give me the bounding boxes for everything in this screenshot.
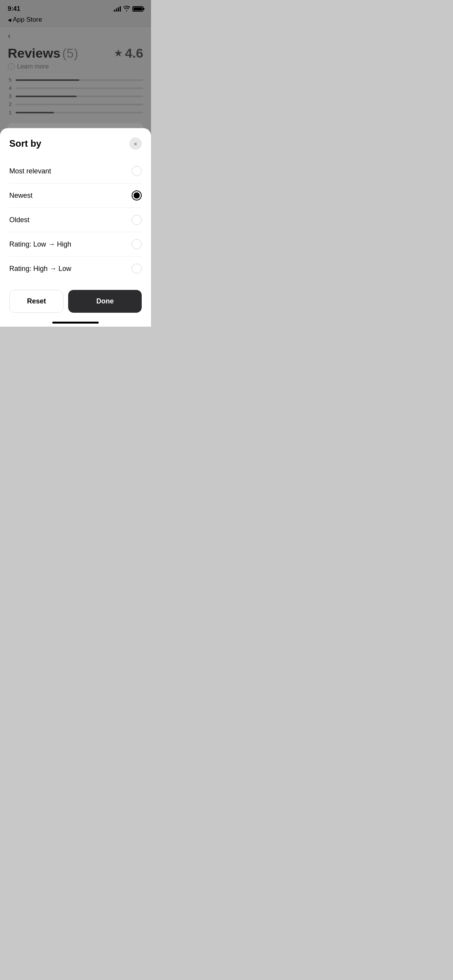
sort-option-most-relevant[interactable]: Most relevant	[9, 159, 142, 183]
sheet-title: Sort by	[9, 138, 41, 149]
sort-option-label-rating-high-low: Rating: High → Low	[9, 265, 71, 273]
sort-option-label-most-relevant: Most relevant	[9, 167, 51, 175]
sort-options-list: Most relevant Newest Oldest Rating: Low …	[9, 159, 142, 281]
sort-option-rating-high-low[interactable]: Rating: High → Low	[9, 257, 142, 281]
sort-option-newest[interactable]: Newest	[9, 183, 142, 208]
radio-rating-low-high	[132, 239, 142, 249]
sort-option-label-rating-low-high: Rating: Low → High	[9, 240, 71, 248]
sort-option-label-newest: Newest	[9, 192, 33, 200]
radio-newest	[132, 190, 142, 200]
radio-oldest	[132, 215, 142, 225]
done-button[interactable]: Done	[68, 290, 142, 313]
sort-option-oldest[interactable]: Oldest	[9, 208, 142, 232]
reset-button[interactable]: Reset	[9, 290, 63, 313]
radio-most-relevant	[132, 166, 142, 176]
sort-by-sheet: Sort by × Most relevant Newest Oldest Ra…	[0, 128, 151, 327]
sort-option-label-oldest: Oldest	[9, 216, 29, 224]
radio-rating-high-low	[132, 264, 142, 274]
sort-option-rating-low-high[interactable]: Rating: Low → High	[9, 232, 142, 257]
radio-inner-newest	[134, 192, 140, 199]
home-indicator	[52, 322, 99, 324]
sheet-buttons: Reset Done	[9, 290, 142, 313]
sheet-header: Sort by ×	[9, 137, 142, 150]
close-button[interactable]: ×	[129, 137, 142, 150]
close-icon: ×	[134, 140, 137, 147]
